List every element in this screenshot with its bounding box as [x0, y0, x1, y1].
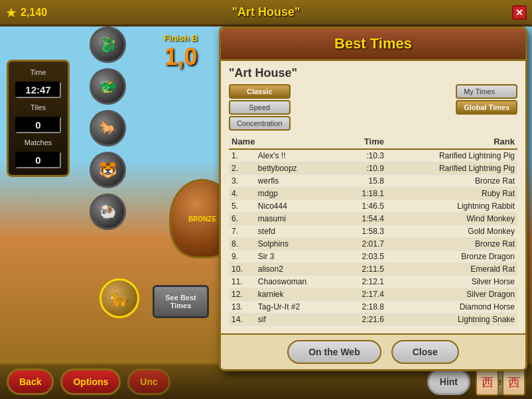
row-time: 1:46.5	[342, 200, 387, 213]
see-best-times-button[interactable]: See Best Times	[153, 285, 209, 318]
row-pos: 7.	[229, 225, 255, 238]
row-name: Chaoswoman	[255, 276, 342, 288]
tiles-bar: 西 西	[476, 369, 525, 396]
table-row: 6. masumi 1:54.4 Wind Monkey	[229, 213, 517, 225]
row-pos: 3.	[229, 175, 255, 188]
row-time: 1:54.4	[342, 213, 387, 225]
tile-2[interactable]: 西	[502, 369, 525, 396]
mode-classic-button[interactable]: Classic	[229, 84, 291, 99]
row-rank: Gold Monkey	[387, 225, 517, 238]
table-row: 4. mdgp 1:18.1 Ruby Rat	[229, 188, 517, 200]
row-name: Habo	[255, 326, 342, 329]
row-time: :10.9	[342, 162, 387, 175]
options-button[interactable]: Options	[60, 369, 121, 395]
row-name: sif	[255, 314, 342, 326]
table-row: 15. Habo 2:22.6 Fire Dragon	[229, 326, 517, 329]
time-label: Time	[15, 68, 61, 76]
table-row: 3. werfis 15.8 Bronze Rat	[229, 175, 517, 188]
mode-concentration-button[interactable]: Concentration	[229, 116, 291, 131]
table-row: 2. bettyboopz :10.9 Rarified Lightning P…	[229, 162, 517, 175]
row-time: 2:03.5	[342, 251, 387, 263]
row-rank: Emerald Rat	[387, 263, 517, 276]
mode-btn-group: Classic Speed Concentration	[229, 84, 291, 131]
table-row: 5. Nico444 1:46.5 Lightning Rabbit	[229, 200, 517, 213]
table-row: 1. Alex's !! :10.3 Rarified Lightning Pi…	[229, 149, 517, 162]
global-times-button[interactable]: Global Times	[456, 100, 517, 115]
table-row: 8. Solphins 2:01.7 Bronze Rat	[229, 238, 517, 251]
time-value: 12:47	[15, 82, 61, 98]
close-dialog-button[interactable]: Close	[391, 340, 459, 364]
table-row: 13. Tag-Ur-It #2 2:18.8 Diamond Horse	[229, 301, 517, 314]
row-name: werfis	[255, 175, 342, 188]
star-icon: ★	[5, 5, 17, 21]
on-the-web-button[interactable]: On the Web	[287, 340, 381, 364]
mode-buttons-row: Classic Speed Concentration My Times Glo…	[229, 84, 517, 131]
hint-button[interactable]: Hint	[427, 369, 470, 395]
my-times-button[interactable]: My Times	[456, 84, 517, 99]
row-time: 2:21.6	[342, 314, 387, 326]
table-row: 12. karniek 2:17.4 Silver Dragon	[229, 288, 517, 301]
table-row: 7. stefd 1:58.3 Gold Monkey	[229, 225, 517, 238]
row-rank: Silver Horse	[387, 276, 517, 288]
row-time: 2:22.6	[342, 326, 387, 329]
dialog-body: "Art House" Classic Speed Concentration …	[221, 61, 525, 333]
row-pos: 8.	[229, 238, 255, 251]
row-time: :10.3	[342, 149, 387, 162]
times-btn-group: My Times Global Times	[456, 84, 517, 115]
row-name: mdgp	[255, 188, 342, 200]
table-row: 11. Chaoswoman 2:12.1 Silver Horse	[229, 276, 517, 288]
row-rank: Lightning Rabbit	[387, 200, 517, 213]
row-time: 2:01.7	[342, 238, 387, 251]
top-bar: ★ 2,140 "Art House" ✕	[0, 0, 532, 27]
row-rank: Rarified Lightning Pig	[387, 162, 517, 175]
leaderboard-table: Name Time Rank 1. Alex's !! :10.3 Rarifi…	[229, 135, 517, 328]
score-badge: ★ 2,140	[5, 5, 47, 21]
row-name: Sir 3	[255, 251, 342, 263]
col-name: Name	[229, 135, 342, 149]
tiles-value: 0	[15, 117, 61, 133]
leaderboard-scroll[interactable]: Name Time Rank 1. Alex's !! :10.3 Rarifi…	[229, 135, 517, 328]
row-pos: 4.	[229, 188, 255, 200]
row-time: 1:18.1	[342, 188, 387, 200]
best-times-dialog: Best Times "Art House" Classic Speed Con…	[219, 27, 527, 371]
row-name: bettyboopz	[255, 162, 342, 175]
tile-1[interactable]: 西	[476, 369, 499, 396]
table-row: 10. alison2 2:11.5 Emerald Rat	[229, 263, 517, 276]
row-rank: Bronze Rat	[387, 175, 517, 188]
row-rank: Bronze Rat	[387, 238, 517, 251]
row-name: Alex's !!	[255, 149, 342, 162]
row-pos: 11.	[229, 276, 255, 288]
row-time: 2:12.1	[342, 276, 387, 288]
undo-button[interactable]: Unc	[127, 369, 170, 395]
sidebar: Time 12:47 Tiles 0 Matches 0	[0, 27, 96, 371]
row-name: Solphins	[255, 238, 342, 251]
row-rank: Rarified Lightning Pig	[387, 149, 517, 162]
row-rank: Fire Dragon	[387, 326, 517, 329]
row-name: stefd	[255, 225, 342, 238]
row-rank: Wind Monkey	[387, 213, 517, 225]
back-button[interactable]: Back	[7, 369, 54, 395]
row-rank: Diamond Horse	[387, 301, 517, 314]
row-time: 15.8	[342, 175, 387, 188]
matches-value: 0	[15, 152, 61, 168]
row-pos: 2.	[229, 162, 255, 175]
row-rank: Bronze Dragon	[387, 251, 517, 263]
row-pos: 6.	[229, 213, 255, 225]
close-button-top[interactable]: ✕	[512, 5, 527, 20]
row-pos: 15.	[229, 326, 255, 329]
finish-label: Finish B	[164, 33, 198, 43]
row-pos: 1.	[229, 149, 255, 162]
row-pos: 12.	[229, 288, 255, 301]
finish-score: 1,0	[164, 43, 197, 71]
dialog-footer: On the Web Close	[221, 333, 525, 369]
stats-panel: Time 12:47 Tiles 0 Matches 0	[7, 60, 70, 177]
row-pos: 10.	[229, 263, 255, 276]
table-row: 9. Sir 3 2:03.5 Bronze Dragon	[229, 251, 517, 263]
row-rank: Silver Dragon	[387, 288, 517, 301]
row-time: 2:11.5	[342, 263, 387, 276]
mode-speed-button[interactable]: Speed	[229, 100, 291, 115]
row-time: 1:58.3	[342, 225, 387, 238]
matches-label: Matches	[15, 139, 61, 146]
col-rank: Rank	[387, 135, 517, 149]
score-value: 2,140	[21, 7, 47, 19]
